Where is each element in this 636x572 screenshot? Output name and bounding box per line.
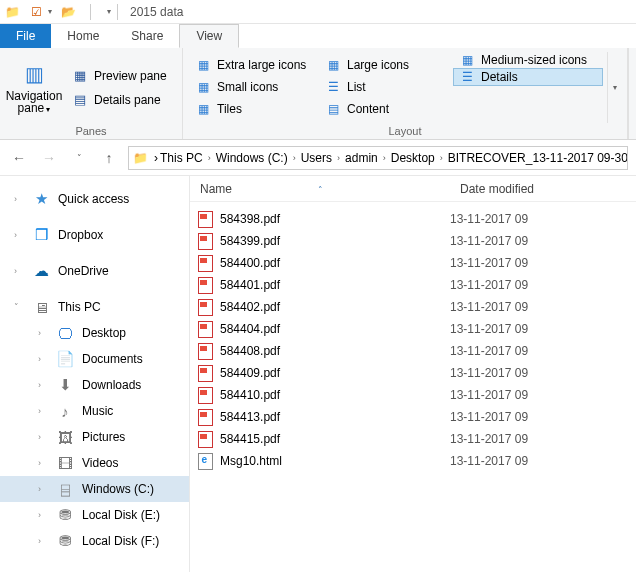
- file-date: 13-11-2017 09: [450, 256, 636, 270]
- column-date-header[interactable]: Date modified: [450, 182, 636, 196]
- column-name-header[interactable]: Name: [190, 182, 450, 196]
- crumb-this-pc[interactable]: This PC›: [160, 151, 214, 165]
- ribbon: ▥ Navigation pane ▾ ▦ Preview pane ▤ Det…: [0, 48, 636, 140]
- tab-view[interactable]: View: [179, 24, 239, 48]
- layout-tiles[interactable]: ▦Tiles: [189, 98, 319, 120]
- chevron-right-icon[interactable]: ›: [38, 484, 48, 494]
- folder-icon: 📁: [4, 4, 20, 20]
- column-headers-row: Name Date modified: [190, 176, 636, 202]
- chevron-right-icon[interactable]: ›: [38, 328, 48, 338]
- chevron-right-icon[interactable]: ›: [383, 153, 386, 163]
- chevron-right-icon[interactable]: ›: [38, 380, 48, 390]
- crumb-users[interactable]: Users›: [301, 151, 343, 165]
- chevron-right-icon[interactable]: ›: [440, 153, 443, 163]
- file-date: 13-11-2017 09: [450, 300, 636, 314]
- crumb-admin[interactable]: admin›: [345, 151, 389, 165]
- layout-more-dropdown[interactable]: ▾: [607, 52, 621, 123]
- file-name: 584401.pdf: [220, 278, 450, 292]
- crumb-desktop[interactable]: Desktop›: [391, 151, 446, 165]
- layout-details[interactable]: ☰Details: [453, 68, 603, 86]
- tab-file[interactable]: File: [0, 24, 51, 48]
- nav-music[interactable]: ›♪Music: [0, 398, 189, 424]
- chevron-right-icon[interactable]: ›: [293, 153, 296, 163]
- open-folder-icon[interactable]: 📂: [60, 4, 76, 20]
- pdf-icon: [198, 299, 213, 316]
- pictures-icon: 🖼: [56, 428, 74, 446]
- nav-dropbox[interactable]: ›❒Dropbox: [0, 222, 189, 248]
- desktop-icon: 🖵: [56, 324, 74, 342]
- file-name: Msg10.html: [220, 454, 450, 468]
- chevron-right-icon[interactable]: ›: [38, 458, 48, 468]
- layout-list[interactable]: ☰List: [319, 76, 449, 98]
- group-layout-label: Layout: [189, 123, 621, 137]
- navigation-pane-label: Navigation pane ▾: [6, 90, 63, 116]
- nav-local-e[interactable]: ›⛃Local Disk (E:): [0, 502, 189, 528]
- nav-videos[interactable]: ›🎞Videos: [0, 450, 189, 476]
- layout-large[interactable]: ▦Large icons: [319, 54, 449, 76]
- content-icon: ▤: [325, 101, 341, 117]
- qat-dropdown-icon[interactable]: ▾: [107, 7, 111, 16]
- pdf-icon: [198, 321, 213, 338]
- nav-documents[interactable]: ›📄Documents: [0, 346, 189, 372]
- file-row[interactable]: Msg10.html13-11-2017 09: [190, 450, 636, 472]
- details-pane-button[interactable]: ▤ Details pane: [66, 89, 176, 111]
- content-area: ›★Quick access ›❒Dropbox ›☁OneDrive ˅🖥Th…: [0, 176, 636, 572]
- file-row[interactable]: 584402.pdf13-11-2017 09: [190, 296, 636, 318]
- layout-small[interactable]: ▦Small icons: [189, 76, 319, 98]
- layout-content[interactable]: ▤Content: [319, 98, 449, 120]
- nav-network[interactable]: ›🖧Network: [0, 564, 189, 572]
- ribbon-tabs: File Home Share View: [0, 24, 636, 48]
- nav-quick-access[interactable]: ›★Quick access: [0, 186, 189, 212]
- file-row[interactable]: 584401.pdf13-11-2017 09: [190, 274, 636, 296]
- back-button[interactable]: ←: [8, 147, 30, 169]
- file-date: 13-11-2017 09: [450, 366, 636, 380]
- pdf-icon: [198, 431, 213, 448]
- nav-onedrive[interactable]: ›☁OneDrive: [0, 258, 189, 284]
- file-row[interactable]: 584404.pdf13-11-2017 09: [190, 318, 636, 340]
- up-button[interactable]: ↑: [98, 147, 120, 169]
- file-row[interactable]: 584400.pdf13-11-2017 09: [190, 252, 636, 274]
- chevron-down-icon[interactable]: ˅: [14, 302, 24, 312]
- chevron-right-icon[interactable]: ›: [38, 536, 48, 546]
- properties-icon[interactable]: ☑: [28, 4, 44, 20]
- nav-local-f[interactable]: ›⛃Local Disk (F:): [0, 528, 189, 554]
- file-row[interactable]: 584413.pdf13-11-2017 09: [190, 406, 636, 428]
- chevron-right-icon[interactable]: ›: [38, 406, 48, 416]
- chevron-right-icon[interactable]: ›: [14, 194, 24, 204]
- nav-pictures[interactable]: ›🖼Pictures: [0, 424, 189, 450]
- tab-home[interactable]: Home: [51, 24, 115, 48]
- recent-dropdown[interactable]: ˅: [68, 147, 90, 169]
- chevron-right-icon[interactable]: ›: [208, 153, 211, 163]
- breadcrumb[interactable]: 📁 › This PC› Windows (C:)› Users› admin›…: [128, 146, 628, 170]
- chevron-right-icon[interactable]: ›: [38, 354, 48, 364]
- file-row[interactable]: 584398.pdf13-11-2017 09: [190, 208, 636, 230]
- crumb-windows-c[interactable]: Windows (C:)›: [216, 151, 299, 165]
- file-row[interactable]: 584408.pdf13-11-2017 09: [190, 340, 636, 362]
- nav-downloads[interactable]: ›⬇Downloads: [0, 372, 189, 398]
- tab-share[interactable]: Share: [115, 24, 179, 48]
- nav-desktop[interactable]: ›🖵Desktop: [0, 320, 189, 346]
- forward-button[interactable]: →: [38, 147, 60, 169]
- nav-windows-c[interactable]: ›⌸Windows (C:): [0, 476, 189, 502]
- chevron-right-icon[interactable]: ›: [38, 510, 48, 520]
- file-date: 13-11-2017 09: [450, 344, 636, 358]
- nav-this-pc[interactable]: ˅🖥This PC: [0, 294, 189, 320]
- preview-pane-button[interactable]: ▦ Preview pane: [66, 65, 176, 87]
- file-row[interactable]: 584409.pdf13-11-2017 09: [190, 362, 636, 384]
- chevron-down-icon[interactable]: ▾: [48, 7, 52, 16]
- pdf-icon: [198, 255, 213, 272]
- layout-medium[interactable]: ▦Medium-sized icons: [453, 52, 603, 68]
- file-date: 13-11-2017 09: [450, 432, 636, 446]
- chevron-right-icon[interactable]: ›: [154, 151, 158, 165]
- videos-icon: 🎞: [56, 454, 74, 472]
- file-row[interactable]: 584399.pdf13-11-2017 09: [190, 230, 636, 252]
- file-row[interactable]: 584415.pdf13-11-2017 09: [190, 428, 636, 450]
- navigation-pane-button[interactable]: ▥ Navigation pane ▾: [6, 52, 62, 123]
- layout-extra-large[interactable]: ▦Extra large icons: [189, 54, 319, 76]
- chevron-right-icon[interactable]: ›: [14, 266, 24, 276]
- chevron-right-icon[interactable]: ›: [337, 153, 340, 163]
- chevron-right-icon[interactable]: ›: [38, 432, 48, 442]
- crumb-folder[interactable]: BITRECOVER_13-11-2017 09-30: [448, 151, 628, 165]
- chevron-right-icon[interactable]: ›: [14, 230, 24, 240]
- file-row[interactable]: 584410.pdf13-11-2017 09: [190, 384, 636, 406]
